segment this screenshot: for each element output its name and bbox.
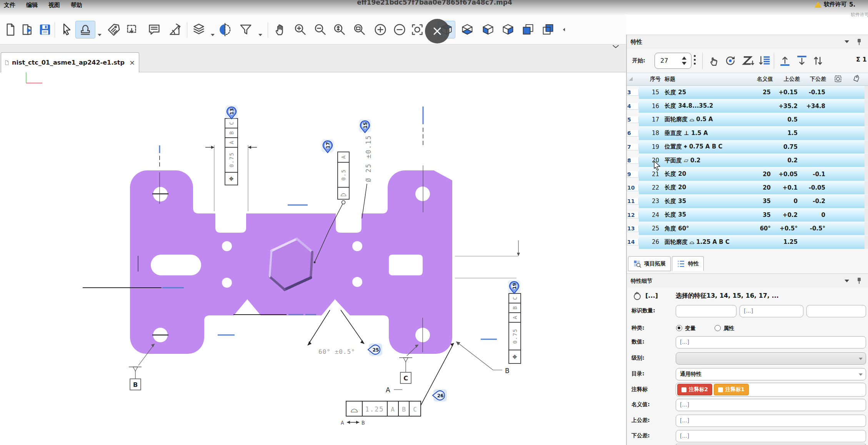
view-cube-bottom-icon[interactable]	[458, 21, 476, 38]
lower-tol-input[interactable]: [...]	[676, 430, 866, 442]
table-row[interactable]: 315长度 2525+0.15-0.15	[627, 86, 868, 99]
annotation-tag-2[interactable]: 注释标2	[677, 384, 712, 395]
balloon-19[interactable]: 19	[508, 280, 520, 293]
col-header-seq[interactable]: 序号	[650, 76, 665, 83]
balloon-26[interactable]: 26	[433, 389, 447, 402]
fcf-position-right[interactable]: C B A 0.75 ⌖	[509, 293, 521, 363]
tab-properties[interactable]: 特性	[672, 256, 704, 271]
diameter-dimension[interactable]: Ø 25 ±0.15	[362, 135, 372, 218]
table-row[interactable]: 921长度 2020+0.05-0.1	[627, 167, 868, 181]
checkbox-icon[interactable]	[681, 387, 686, 392]
pan-hand-icon[interactable]	[272, 21, 289, 38]
section-view-icon[interactable]	[216, 21, 234, 38]
new-document-icon[interactable]	[2, 21, 19, 38]
balloon-13[interactable]: 13	[225, 105, 238, 119]
layers-dropdown-caret[interactable]	[211, 34, 215, 36]
table-row[interactable]: 820平面度 ▱ 0.20.2	[627, 154, 868, 167]
decrease-icon[interactable]	[391, 21, 408, 38]
col-header-tag-icon[interactable]	[852, 75, 861, 84]
balloon-25[interactable]: 25	[368, 343, 382, 356]
details-pin-icon[interactable]	[856, 277, 862, 286]
tag-tool-icon[interactable]	[105, 21, 122, 38]
col-header-select-icon[interactable]	[834, 75, 842, 84]
license-status[interactable]: 软件许可 5.	[815, 1, 855, 8]
properties-panel-header[interactable]: 特性	[627, 35, 868, 49]
col-header-lower[interactable]: 下公差	[810, 76, 828, 83]
sort-list-icon[interactable]	[757, 53, 773, 69]
nominal-input[interactable]: [...]	[676, 399, 866, 411]
toolbar-overflow-icon[interactable]	[560, 21, 568, 38]
panel-collapse-caret-icon[interactable]	[845, 40, 849, 43]
upper-tol-input[interactable]: [...]	[676, 415, 866, 427]
annotation-tags-container[interactable]: 注释标2 注释标1	[676, 383, 866, 397]
fit-view-icon[interactable]	[408, 21, 426, 38]
zoom-in-icon[interactable]	[292, 21, 309, 38]
annotation-tag-1[interactable]: 注释标1	[714, 384, 749, 395]
zoom-window-icon[interactable]	[351, 21, 368, 38]
start-index-spinner[interactable]: 27	[655, 53, 691, 69]
view-cube-back-icon[interactable]	[539, 21, 557, 38]
radio-attribute[interactable]: 属性	[715, 324, 741, 332]
col-header-nominal[interactable]: 名义值	[757, 76, 773, 83]
comment-icon[interactable]	[145, 21, 163, 38]
col-header-title[interactable]: 标题	[665, 76, 751, 83]
id-count-input-3[interactable]	[806, 305, 866, 317]
pick-feature-icon[interactable]	[706, 53, 722, 69]
details-collapse-caret-icon[interactable]	[845, 280, 849, 282]
table-row[interactable]: 1325角度 60°60°+0.5°-0.5°	[627, 222, 868, 235]
rotate-icon[interactable]	[722, 53, 738, 69]
table-header-row[interactable]: 序号 标题 名义值 上公差 下公差	[627, 73, 868, 86]
reorder-up-down-icon[interactable]	[810, 53, 826, 69]
menu-help[interactable]: 帮助	[71, 2, 82, 9]
move-bottom-icon[interactable]	[794, 53, 810, 69]
spinner-down-icon[interactable]	[682, 62, 686, 65]
view-cube-left-icon[interactable]	[479, 21, 497, 38]
spinner-up-icon[interactable]	[682, 57, 686, 60]
col-header-upper[interactable]: 上公差	[784, 76, 800, 83]
table-row[interactable]: 719位置度 ⌖ 0.75 A B C0.75	[627, 140, 868, 154]
tab-close-icon[interactable]: ×	[129, 58, 135, 67]
id-count-input-1[interactable]	[676, 305, 736, 317]
menu-file[interactable]: 文件	[4, 2, 15, 9]
open-file-icon[interactable]	[18, 21, 36, 38]
checkbox-icon[interactable]	[718, 387, 723, 392]
zoom-out-icon[interactable]	[312, 21, 329, 38]
table-row[interactable]: 517面轮廓度 ⌓ 0.5 A0.5	[627, 113, 868, 127]
table-row[interactable]: 1022长度 2020+0.1-0.05	[627, 181, 868, 195]
value-input[interactable]: [...]	[676, 336, 866, 348]
panel-pin-icon[interactable]	[856, 38, 862, 47]
table-row[interactable]: 1123长度 35350-0.2	[627, 195, 868, 208]
catalog-select[interactable]: 通用特性	[676, 368, 866, 380]
zoom-extents-icon[interactable]	[331, 21, 348, 38]
fcf-position-left[interactable]: C B A 0.75 ⌖	[225, 118, 238, 185]
table-row[interactable]: 416长度 34.8...35.2+35.2+34.8	[627, 99, 868, 113]
marquee-select-icon[interactable]	[124, 21, 142, 38]
video-close-button[interactable]	[425, 19, 450, 43]
tab-project-expand[interactable]: 项目拓展	[628, 256, 671, 271]
move-top-icon[interactable]	[777, 53, 793, 69]
menu-edit[interactable]: 编辑	[26, 2, 38, 9]
stamp-tool-icon[interactable]	[75, 21, 95, 38]
balloon-17[interactable]: 17	[322, 139, 334, 153]
expand-all-icon[interactable]	[627, 76, 639, 82]
menu-view[interactable]: 视图	[48, 2, 60, 9]
table-row[interactable]: 618垂直度 ⊥ 1.5 A1.5	[627, 127, 868, 140]
layers-icon[interactable]	[190, 21, 208, 38]
details-header[interactable]: 特性细节	[627, 273, 868, 287]
angle-dimension[interactable]: 60° ±0.5°	[308, 310, 364, 355]
filter-icon[interactable]	[237, 21, 255, 38]
view-cube-right-icon[interactable]	[499, 21, 517, 38]
table-row[interactable]: 1224长度 3535+0.20	[627, 208, 868, 222]
id-count-input-2[interactable]: [...]	[740, 305, 803, 317]
filter-dropdown-caret[interactable]	[258, 34, 262, 36]
table-row[interactable]: 1426面轮廓度 ⌓ 1.25 A B C1.25	[627, 235, 868, 249]
view-cube-front-icon[interactable]	[519, 21, 537, 38]
select-cursor-icon[interactable]	[58, 21, 75, 38]
fcf-profile-bottom[interactable]: ⌓ 1.25 A B C A B	[341, 343, 454, 426]
measure-icon[interactable]	[166, 21, 184, 38]
balloon-15[interactable]: 15	[359, 119, 371, 133]
spinner-menu-icon[interactable]	[694, 55, 696, 67]
level-select[interactable]	[676, 352, 866, 365]
cad-drawing-canvas[interactable]: C B A 0.75 ⌖ A 0.5 ⌓ Ø 25 ±0.15	[0, 65, 626, 445]
document-tab[interactable]: nist_ctc_01_asme1_ap242-e1.stp ×	[1, 52, 139, 72]
